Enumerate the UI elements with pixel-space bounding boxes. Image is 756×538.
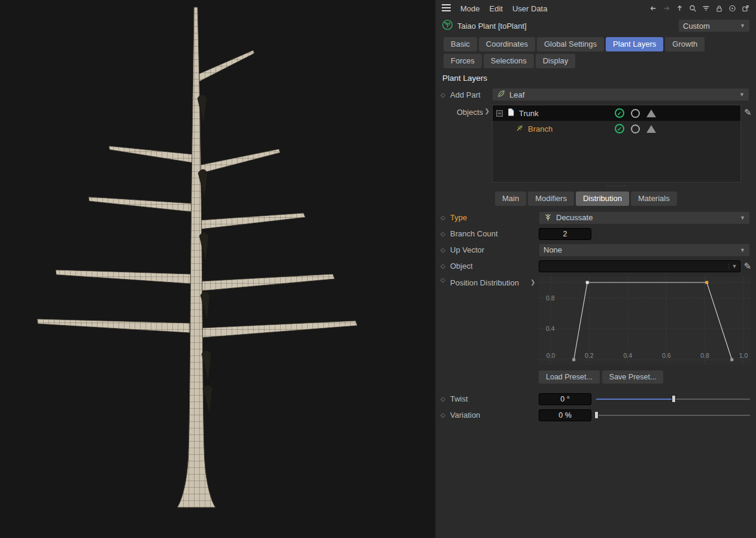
leaf-icon [497, 89, 506, 100]
application-window: Mode Edit User Data Taiao Plant [toPlant… [0, 0, 756, 538]
up-icon[interactable] [675, 4, 684, 13]
type-row: ◇ Type Decussate ▼ [436, 209, 756, 226]
subtab-main[interactable]: Main [495, 192, 526, 206]
lock-icon[interactable] [715, 4, 724, 13]
menu-user-data[interactable]: User Data [512, 4, 548, 13]
add-part-row: ◇ Add Part Leaf ▼ [436, 87, 756, 102]
edit-pencil-icon[interactable]: ✎ [743, 261, 751, 272]
expand-arrow-icon[interactable]: ❯ [485, 108, 490, 183]
add-part-dropdown[interactable]: Leaf ▼ [492, 88, 749, 101]
param-diamond-icon: ◇ [441, 396, 450, 402]
position-distribution-row: ◇ Position Distribution ❯ 0.00.20.40.60.… [436, 276, 756, 365]
target-icon[interactable] [728, 4, 737, 13]
objects-label-wrap: Objects ❯ [441, 105, 492, 183]
chevron-down-icon: ▼ [740, 215, 745, 221]
search-icon[interactable] [688, 4, 697, 13]
variation-label: Variation [450, 411, 539, 420]
tab-basic[interactable]: Basic [444, 37, 477, 51]
subtab-distribution[interactable]: Distribution [576, 192, 629, 206]
type-label: Type [450, 213, 539, 222]
tab-growth[interactable]: Growth [665, 37, 705, 51]
object-title: Taiao Plant [toPlant] [457, 22, 527, 31]
tree-wireframe-model [0, 0, 436, 538]
slider-handle[interactable] [594, 411, 599, 419]
object-state-icons: ✓ [615, 124, 656, 133]
position-distribution-curve-editor[interactable]: 0.00.20.40.60.81.0 0.80.4 [539, 276, 751, 365]
tab-coordinates[interactable]: Coordinates [479, 37, 535, 51]
twist-input[interactable] [539, 393, 591, 405]
load-preset-button[interactable]: Load Preset... [539, 370, 600, 384]
enabled-check-icon[interactable]: ✓ [615, 108, 624, 118]
object-manager[interactable]: − Trunk ✓ Branch [492, 105, 741, 183]
preset-button-row: Load Preset... Save Preset... [539, 370, 756, 384]
resize-handle[interactable]: ······· [492, 183, 741, 189]
up-vector-dropdown[interactable]: None ▼ [539, 244, 750, 257]
viewport-3d[interactable] [0, 0, 436, 538]
tab-global-settings[interactable]: Global Settings [537, 37, 604, 51]
curve-x-tick: 0.2 [585, 352, 594, 359]
chevron-down-icon: ▼ [740, 247, 745, 253]
subtab-materials[interactable]: Materials [631, 192, 677, 206]
tab-forces[interactable]: Forces [444, 54, 482, 68]
twist-label: Twist [450, 394, 539, 403]
branch-count-input[interactable] [539, 228, 591, 240]
object-row-branch[interactable]: Branch ✓ [493, 121, 740, 136]
variation-slider[interactable] [596, 411, 750, 420]
object-name[interactable]: Branch [528, 124, 552, 133]
variation-input[interactable] [539, 409, 591, 421]
param-diamond-icon: ◇ [441, 92, 450, 98]
tab-display[interactable]: Display [536, 54, 576, 68]
chevron-down-icon[interactable]: ▼ [728, 263, 740, 269]
curve-y-tick: 0.8 [546, 294, 555, 302]
preset-dropdown-value: Custom [683, 22, 710, 31]
curve-x-tick: 0.8 [700, 352, 709, 359]
external-link-icon[interactable] [741, 4, 750, 13]
param-diamond-icon: ◇ [441, 247, 450, 253]
forward-icon[interactable] [662, 4, 671, 13]
save-preset-button[interactable]: Save Preset... [602, 370, 664, 384]
filter-icon[interactable] [702, 4, 711, 13]
render-triangle-icon[interactable] [646, 125, 656, 133]
attributes-panel: Mode Edit User Data Taiao Plant [toPlant… [436, 0, 756, 538]
object-row-trunk[interactable]: − Trunk ✓ [493, 105, 740, 121]
enabled-check-icon[interactable]: ✓ [615, 124, 624, 133]
object-name[interactable]: Trunk [519, 109, 539, 118]
slider-handle[interactable] [672, 395, 676, 403]
expand-arrow-icon[interactable]: ❯ [530, 276, 539, 285]
preset-dropdown[interactable]: Custom ▼ [678, 19, 750, 32]
visibility-circle-icon[interactable] [631, 124, 640, 133]
tab-plant-layers[interactable]: Plant Layers [606, 37, 663, 51]
param-diamond-icon: ◇ [441, 412, 450, 418]
distribution-curve[interactable] [539, 276, 751, 365]
objects-section: Objects ❯ − Trunk ✓ [436, 105, 756, 183]
object-link-field[interactable]: ▼ [539, 260, 740, 272]
hamburger-menu-icon[interactable] [442, 4, 451, 13]
edit-pencil-icon[interactable]: ✎ [744, 107, 752, 183]
curve-x-tick: 0.6 [662, 352, 671, 359]
menu-edit[interactable]: Edit [490, 4, 503, 13]
object-link-label: Object [450, 262, 539, 270]
variation-row: ◇ Variation [436, 407, 756, 423]
up-vector-label: Up Vector [450, 245, 539, 254]
back-icon[interactable] [649, 4, 658, 13]
menu-mode[interactable]: Mode [460, 4, 480, 13]
section-title: Plant Layers [436, 68, 756, 86]
menubar-icons [649, 4, 750, 13]
param-diamond-icon: ◇ [441, 230, 450, 237]
tab-selections[interactable]: Selections [484, 54, 534, 68]
render-triangle-icon[interactable] [646, 110, 656, 117]
visibility-circle-icon[interactable] [631, 109, 640, 118]
curve-x-tick: 0.0 [546, 352, 555, 359]
collapse-expander-icon[interactable]: − [496, 110, 503, 117]
twist-slider[interactable] [596, 395, 750, 403]
chevron-down-icon: ▼ [740, 23, 745, 29]
curve-y-tick: 0.4 [546, 325, 555, 332]
subtab-modifiers[interactable]: Modifiers [528, 192, 574, 206]
branch-count-row: ◇ Branch Count [436, 226, 756, 242]
plant-object-icon [442, 19, 453, 32]
object-state-icons: ✓ [615, 108, 656, 118]
up-vector-value: None [544, 245, 562, 254]
decussate-icon [544, 212, 552, 223]
branch-object-icon [515, 123, 524, 134]
type-dropdown[interactable]: Decussate ▼ [539, 211, 750, 224]
